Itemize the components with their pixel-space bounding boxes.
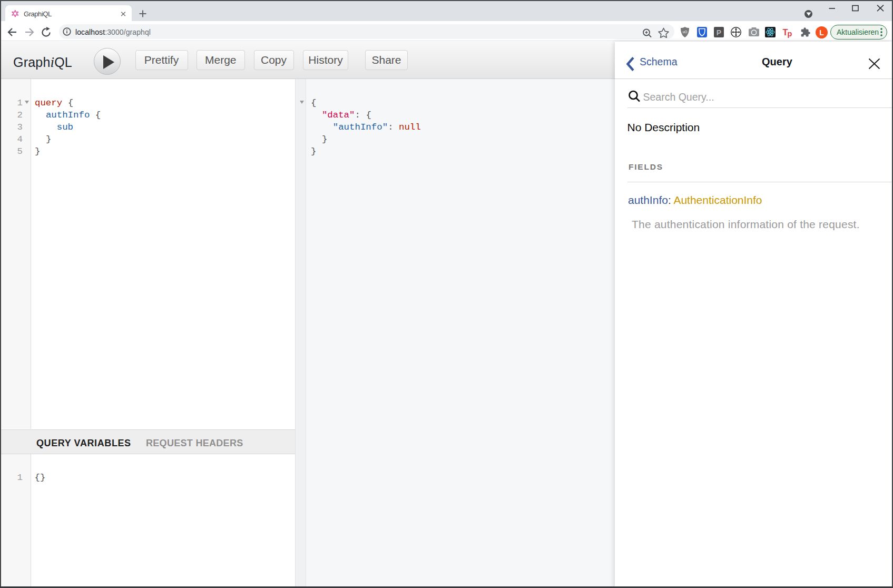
svg-text:P: P bbox=[717, 28, 721, 37]
svg-text:p: p bbox=[788, 30, 792, 38]
svg-text:uO: uO bbox=[683, 30, 688, 34]
